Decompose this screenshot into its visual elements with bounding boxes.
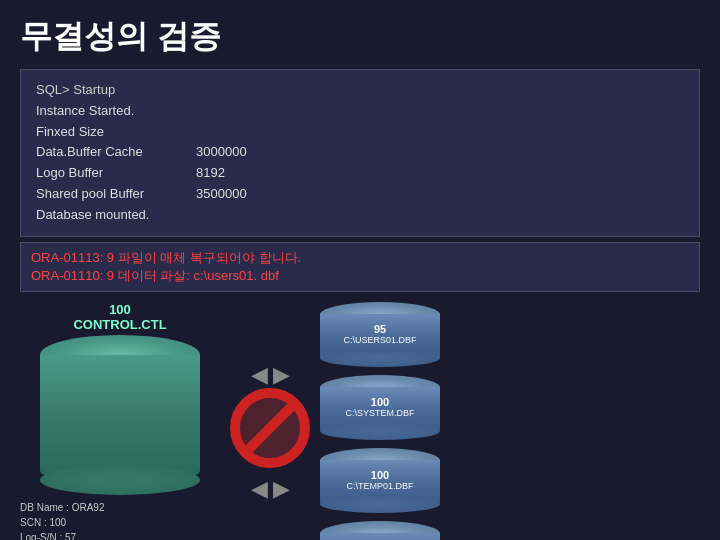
sc-bottom-1 bbox=[320, 422, 440, 440]
main-area: 100 CONTROL.CTL DB Name : ORA92 SCN : 10… bbox=[0, 302, 720, 540]
instance-started-line: Instance Started. bbox=[36, 101, 684, 122]
database-mounted-line: Database mounted. bbox=[36, 205, 684, 226]
sc-bottom-2 bbox=[320, 495, 440, 513]
logo-buffer-label: Logo Buffer bbox=[36, 163, 196, 184]
control-file-cylinder bbox=[40, 335, 200, 495]
no-symbol-icon bbox=[230, 388, 310, 468]
sc-info-1: 100 C:\SYSTEM.DBF bbox=[345, 396, 414, 418]
left-arrow2-icon: ◀ bbox=[251, 476, 268, 502]
sc-bottom-0 bbox=[320, 349, 440, 367]
sc-bottom-label-0: C:\USERS01.DBF bbox=[343, 335, 416, 345]
sc-info-0: 95 C:\USERS01.DBF bbox=[343, 323, 416, 345]
shared-pool-buffer-row: Shared pool Buffer 3500000 bbox=[36, 184, 684, 205]
log-sn-line: Log-S/N : 57 bbox=[20, 530, 220, 540]
sc-body-3 bbox=[320, 533, 440, 540]
sc-bottom-label-2: C:\TEMP01.DBF bbox=[346, 481, 413, 491]
left-arrow-icon: ◀ bbox=[251, 362, 268, 388]
cylinder-body bbox=[40, 355, 200, 475]
scn-line: SCN : 100 bbox=[20, 515, 220, 530]
arrows-row-bottom: ◀ ▶ bbox=[251, 476, 290, 502]
sc-top-label-1: 100 bbox=[345, 396, 414, 408]
sc-top-label-0: 95 bbox=[343, 323, 416, 335]
error-line1: ORA-01113: 9 파일이 매체 복구되어야 합니다. bbox=[31, 249, 689, 267]
error-line2: ORA-01110: 9 데이터 파살: c:\users01. dbf bbox=[31, 267, 689, 285]
right-cylinder-2: 100 C:\TEMP01.DBF bbox=[320, 448, 440, 513]
control-file-label-top: 100 CONTROL.CTL bbox=[73, 302, 166, 332]
cylinder-bottom bbox=[40, 465, 200, 495]
right-cylinder-0: 95 C:\USERS01.DBF bbox=[320, 302, 440, 367]
data-buffer-cache-row: Data.Buffer Cache 3000000 bbox=[36, 142, 684, 163]
data-buffer-cache-label: Data.Buffer Cache bbox=[36, 142, 196, 163]
page-title: 무결성의 검증 bbox=[0, 0, 720, 69]
sc-info-2: 100 C:\TEMP01.DBF bbox=[346, 469, 413, 491]
error-box: ORA-01113: 9 파일이 매체 복구되어야 합니다. ORA-01110… bbox=[20, 242, 700, 292]
info-box: SQL> Startup Instance Started. Finxed Si… bbox=[20, 69, 700, 237]
logo-buffer-value: 8192 bbox=[196, 163, 225, 184]
right-cylinders: 95 C:\USERS01.DBF 100 C:\SYSTEM.DBF 100 … bbox=[320, 302, 440, 540]
data-buffer-cache-value: 3000000 bbox=[196, 142, 247, 163]
arrows-row: ◀ ▶ bbox=[251, 362, 290, 388]
right-cylinder-1: 100 C:\SYSTEM.DBF bbox=[320, 375, 440, 440]
arrow-area: ◀ ▶ ◀ ▶ bbox=[230, 362, 310, 502]
right-arrow2-icon: ▶ bbox=[273, 476, 290, 502]
sc-bottom-label-1: C:\SYSTEM.DBF bbox=[345, 408, 414, 418]
finxed-size-line: Finxed Size bbox=[36, 122, 684, 143]
logo-buffer-row: Logo Buffer 8192 bbox=[36, 163, 684, 184]
shared-pool-buffer-value: 3500000 bbox=[196, 184, 247, 205]
control-file-container: 100 CONTROL.CTL DB Name : ORA92 SCN : 10… bbox=[20, 302, 220, 540]
shared-pool-buffer-label: Shared pool Buffer bbox=[36, 184, 196, 205]
sc-top-label-2: 100 bbox=[346, 469, 413, 481]
cylinder-info: DB Name : ORA92 SCN : 100 Log-S/N : 57 S… bbox=[20, 500, 220, 540]
right-arrow-icon: ▶ bbox=[273, 362, 290, 388]
db-name-line: DB Name : ORA92 bbox=[20, 500, 220, 515]
sql-startup-line: SQL> Startup bbox=[36, 80, 684, 101]
right-cylinder-3: 100 C:\UNDO01.DBF bbox=[320, 521, 440, 540]
